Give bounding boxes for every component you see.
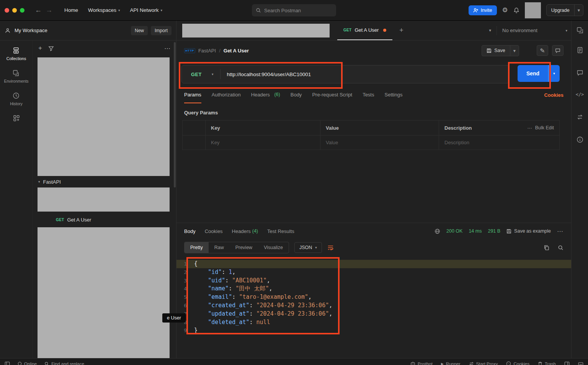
method-selector[interactable]: GET ▾ — [182, 72, 220, 77]
nav-api-network[interactable]: API Network▾ — [130, 7, 163, 13]
import-button[interactable]: Import — [151, 26, 172, 35]
notifications-bell-icon[interactable] — [513, 7, 519, 13]
view-pretty[interactable]: Pretty — [185, 242, 209, 253]
runner-button[interactable]: ▶ Runner — [441, 362, 461, 365]
forward-icon[interactable]: → — [44, 6, 54, 14]
response-panel: Body Cookies Headers(4) Test Results 200… — [176, 223, 571, 365]
tab-tests[interactable]: Tests — [363, 86, 374, 103]
maximize-window-button[interactable] — [20, 8, 24, 13]
close-window-button[interactable] — [5, 8, 9, 13]
sidebar-item-collections[interactable]: Collections — [7, 47, 26, 61]
chevron-down-icon: ▾ — [161, 8, 163, 12]
save-options-chevron-icon[interactable]: ▾ — [510, 46, 519, 56]
minimize-window-button[interactable] — [12, 8, 17, 13]
save-button[interactable]: Save — [482, 46, 510, 55]
new-tab-button[interactable]: + — [399, 26, 403, 34]
response-tab-cookies[interactable]: Cookies — [205, 228, 223, 234]
cookies-button[interactable]: Cookies — [506, 361, 529, 365]
sidebar-item-environments[interactable]: Environments — [4, 69, 28, 83]
search-icon — [256, 8, 261, 13]
response-tab-test-results[interactable]: Test Results — [267, 228, 294, 234]
wrap-lines-icon[interactable] — [327, 244, 334, 251]
avatar[interactable] — [525, 2, 541, 18]
code-line: 8 "deleted_at": null — [176, 318, 571, 327]
info-icon[interactable] — [577, 136, 583, 143]
code-line: 6 "created_at": "2024-04-29 23:36:06", — [176, 301, 571, 310]
comment-icon[interactable] — [552, 45, 564, 56]
tab-params[interactable]: Params — [184, 86, 201, 103]
environment-selector[interactable]: No environment ▾ — [502, 28, 567, 33]
query-params-title: Query Params — [184, 109, 564, 116]
tab-authorization[interactable]: Authorization — [212, 86, 241, 103]
sidebar-item-history[interactable]: History — [10, 92, 23, 106]
tree-toolbar: + ⋯ — [33, 41, 176, 56]
connection-status[interactable]: Online — [18, 362, 37, 365]
tab-body[interactable]: Body — [291, 86, 302, 103]
new-button[interactable]: New — [131, 26, 148, 35]
tab-pre-request-script[interactable]: Pre-request Script — [312, 86, 352, 103]
language-selector[interactable]: JSON ▾ — [294, 242, 322, 253]
toggle-sidebar-icon[interactable] — [5, 361, 10, 365]
tab-headers[interactable]: Headers (6) — [251, 86, 280, 103]
tab-list-chevron-icon[interactable]: ▾ — [489, 28, 491, 33]
view-preview[interactable]: Preview — [230, 242, 258, 253]
row-select-cell[interactable] — [183, 135, 206, 150]
postman-app: ← → Home Workspaces▾ API Network▾ Invite… — [0, 0, 588, 365]
response-more-icon[interactable]: ⋯ — [557, 228, 564, 235]
upgrade-chevron-icon[interactable]: ▾ — [574, 5, 583, 16]
settings-gear-icon[interactable]: ⚙ — [502, 6, 508, 14]
comments-icon[interactable] — [577, 69, 583, 76]
trash-button[interactable]: Trash — [538, 361, 556, 365]
response-tab-body[interactable]: Body — [184, 228, 196, 234]
view-visualize[interactable]: Visualize — [258, 242, 289, 253]
send-button[interactable]: Send — [518, 70, 548, 77]
save-as-example-button[interactable]: Save as example — [506, 228, 551, 234]
send-options-chevron-icon[interactable]: ▾ — [548, 65, 560, 82]
response-tab-headers[interactable]: Headers(4) — [232, 228, 258, 234]
copy-icon[interactable] — [544, 245, 549, 251]
shortcuts-icon[interactable] — [578, 361, 583, 365]
value-input[interactable]: Value — [320, 135, 439, 150]
cookies-link[interactable]: Cookies — [544, 92, 564, 98]
description-input[interactable]: Description — [439, 135, 559, 150]
view-raw[interactable]: Raw — [209, 242, 230, 253]
invite-button[interactable]: Invite — [469, 5, 497, 15]
upgrade-button[interactable]: Upgrade — [547, 5, 574, 16]
environment-quick-look-icon[interactable] — [576, 26, 584, 34]
collection-row-fastapi[interactable]: ▾ FastAPI — [33, 177, 176, 186]
find-replace-button[interactable]: Find and replace — [44, 362, 84, 365]
code-snippet-icon[interactable]: </> — [576, 92, 584, 97]
add-collection-icon[interactable]: + — [38, 44, 42, 52]
key-input[interactable]: Key — [206, 135, 320, 150]
workspace-name[interactable]: My Workspace — [15, 28, 47, 33]
active-request-tab[interactable]: GET Get A User — [337, 21, 392, 40]
postbot-button[interactable]: Postbot — [410, 361, 433, 365]
search-input[interactable] — [264, 8, 325, 13]
related-requests-icon[interactable] — [577, 114, 583, 121]
back-icon[interactable]: ← — [33, 6, 44, 14]
response-body-viewer[interactable]: 1{2 "id": 1,3 "uid": "ABC10001",4 "name"… — [176, 256, 571, 365]
edit-pencil-icon[interactable]: ✎ — [537, 45, 548, 56]
filter-icon[interactable] — [48, 46, 54, 51]
globe-icon[interactable] — [434, 228, 440, 234]
query-params-table: Key Value Description ⋯ Bulk Edit Key Va… — [182, 120, 560, 150]
chevron-down-icon[interactable]: ▾ — [38, 180, 40, 184]
start-proxy-button[interactable]: Start Proxy — [469, 361, 498, 365]
tree-more-icon[interactable]: ⋯ — [164, 45, 171, 52]
url-input[interactable]: http://localhost:9004/user/ABC10001 — [220, 72, 311, 77]
documentation-icon[interactable] — [577, 47, 583, 54]
breadcrumb-collection[interactable]: FastAPI — [198, 48, 216, 54]
nav-home[interactable]: Home — [64, 7, 78, 13]
breadcrumb-request-name[interactable]: Get A User — [224, 48, 249, 54]
response-size: 291 B — [488, 228, 500, 234]
sidebar-item-blocks[interactable] — [13, 114, 20, 122]
split-pane-icon[interactable] — [564, 361, 570, 365]
redacted-tab[interactable] — [182, 24, 330, 37]
bulk-edit-button[interactable]: ⋯ Bulk Edit — [527, 125, 554, 131]
nav-workspaces[interactable]: Workspaces▾ — [88, 7, 120, 13]
sidebar-scrollbar[interactable] — [174, 42, 176, 187]
request-row-get-a-user[interactable]: GET Get A User — [33, 213, 176, 226]
global-search[interactable] — [252, 4, 336, 16]
search-response-icon[interactable] — [558, 245, 564, 251]
tab-settings[interactable]: Settings — [384, 86, 402, 103]
